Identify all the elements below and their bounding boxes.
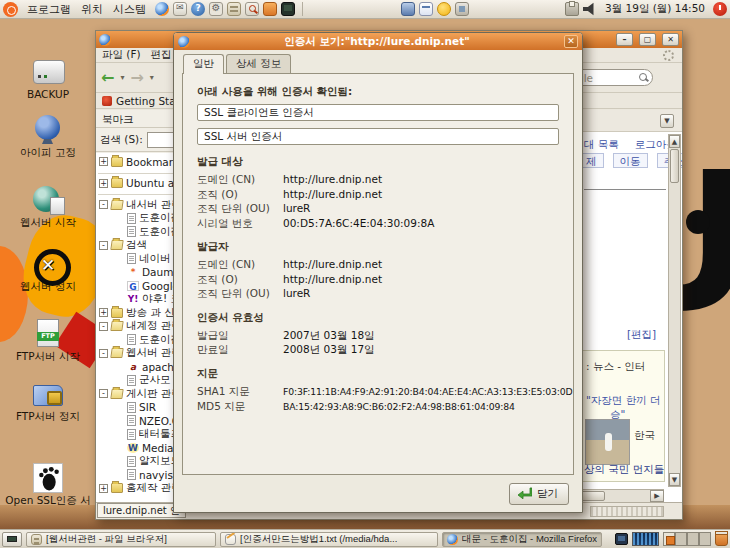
desktop-icon-1[interactable]: BACKUP: [5, 57, 91, 101]
page-header-cell-2[interactable]: 이동: [613, 153, 648, 168]
member-list-link[interactable]: 대 목록: [584, 138, 619, 152]
desktop-icon-3[interactable]: 웹서버 시작: [5, 185, 91, 229]
maximize-button[interactable]: ▢: [639, 33, 656, 46]
menu-file[interactable]: 파일 (F): [102, 48, 141, 62]
desktop-icon-5[interactable]: FTP서버 시작: [5, 319, 91, 363]
app-icon-1[interactable]: [401, 2, 415, 16]
expand-icon[interactable]: +: [99, 179, 108, 188]
volume-icon[interactable]: [583, 2, 597, 16]
page-divider: [584, 189, 666, 190]
firefox-icon[interactable]: [155, 2, 169, 16]
workspace-1[interactable]: [663, 532, 675, 546]
collapse-icon[interactable]: -: [99, 322, 108, 331]
taskbar-task-1[interactable]: [웹서버관련 - 파일 브라우저]: [26, 532, 216, 547]
cert-section-heading: 지문: [197, 367, 559, 381]
taskbar-task-3[interactable]: 대문 - 도훈이집 - Mozilla Firefox: [442, 532, 602, 547]
text-editor-icon: [225, 534, 236, 545]
back-dropdown-icon[interactable]: ▾: [120, 73, 124, 82]
drive-icon: [30, 57, 66, 87]
system-monitor-icon[interactable]: [209, 2, 223, 16]
menu-applications[interactable]: 프로그램: [23, 1, 75, 18]
terminal-icon[interactable]: [281, 2, 295, 16]
resize-grip[interactable]: [590, 506, 664, 517]
close-window-button[interactable]: ✕: [662, 33, 679, 46]
cert-field-row: 시리얼 번호00:D5:7A:6C:4E:04:30:09:8A: [197, 216, 559, 231]
cert-field-row: 조직 단위 (OU)lureR: [197, 286, 559, 301]
dialog-close-icon[interactable]: ✕: [564, 35, 578, 48]
cert-field-label: 조직 단위 (OU): [197, 286, 283, 301]
minimize-button[interactable]: –: [616, 33, 633, 46]
package-icon[interactable]: [263, 2, 277, 16]
dialog-titlebar[interactable]: 인증서 보기:"http://lure.dnip.net" ✕: [174, 33, 582, 50]
workspace-switcher[interactable]: [663, 532, 711, 546]
vertical-scrollbar[interactable]: ▲ ▼: [668, 134, 681, 487]
chevron-down-icon[interactable]: ▼: [660, 114, 674, 128]
desktop-icon-7[interactable]: Open SSL인증 서: [5, 463, 91, 507]
task-label: 대문 - 도훈이집 - Mozilla Firefox: [462, 533, 597, 546]
collapse-icon[interactable]: -: [99, 389, 108, 398]
scroll-up-icon[interactable]: ▲: [669, 135, 680, 148]
getting-started-bookmark[interactable]: Getting Sta: [116, 95, 176, 107]
workspace-3[interactable]: [687, 532, 699, 546]
desktop-icon-label: 아이피 고정: [5, 147, 91, 159]
cert-field-row: 조직 (O)http://lure.dnip.net: [197, 272, 559, 287]
mail-icon[interactable]: [173, 2, 187, 16]
close-button[interactable]: 닫기: [509, 483, 569, 505]
expand-icon[interactable]: +: [99, 484, 108, 493]
article-link[interactable]: "자장면 한끼 더: [586, 394, 660, 408]
desktop-icon-label: BACKUP: [5, 89, 91, 101]
vertical-scroll-thumb[interactable]: [670, 149, 679, 183]
show-desktop-button[interactable]: [2, 532, 22, 547]
page-icon: [127, 456, 136, 467]
collapse-icon[interactable]: -: [99, 241, 108, 250]
display-applet-icon[interactable]: [615, 533, 628, 545]
certificate-dialog: 인증서 보기:"http://lure.dnip.net" ✕ 일반 상세 정보…: [173, 32, 583, 513]
expand-icon[interactable]: +: [99, 157, 108, 166]
help-icon[interactable]: [191, 2, 205, 16]
gnome-foot-icon: [33, 463, 63, 493]
menu-places[interactable]: 위치: [77, 1, 107, 18]
cert-field-value: F0:3F:11:1B:A4:F9:A2:91:20:B4:04:AE:E4:A…: [283, 384, 572, 399]
cert-field-label: SHA1 지문: [197, 384, 283, 399]
scroll-down-icon[interactable]: ▼: [669, 473, 680, 486]
return-arrow-icon: [517, 487, 532, 500]
collapse-icon[interactable]: -: [99, 200, 108, 209]
menu-system[interactable]: 시스템: [109, 1, 150, 18]
taskbar-task-2[interactable]: [인증서만드는방법1.txt (/media/hda...: [220, 532, 438, 547]
ubuntu-logo-icon[interactable]: [3, 2, 18, 17]
yahoo-icon: Y!: [127, 294, 139, 304]
forward-button[interactable]: →: [130, 70, 143, 86]
folder-icon: [111, 178, 123, 188]
system-load-graph[interactable]: [632, 532, 659, 546]
cert-field-row: 만료일2008년 03월 17일: [197, 342, 559, 357]
panel-clock[interactable]: 3월 19일 (월) 14:50: [602, 2, 708, 16]
cert-usage-2: SSL 서버 인증서: [197, 128, 559, 145]
forward-dropdown-icon[interactable]: ▾: [150, 73, 154, 82]
tab-details[interactable]: 상세 정보: [226, 54, 291, 73]
trash-icon[interactable]: [715, 532, 728, 546]
printer-icon[interactable]: [565, 2, 579, 16]
search-icon[interactable]: [245, 2, 259, 16]
expand-icon[interactable]: +: [99, 308, 108, 317]
clipped-article-text[interactable]: 상의 국민 먼지들: [584, 463, 664, 477]
desktop-icon-2[interactable]: 아이피 고정: [5, 115, 91, 159]
scroll-right-icon[interactable]: ▶: [650, 490, 664, 502]
app-icon-2[interactable]: [419, 2, 433, 16]
collapse-icon[interactable]: -: [99, 349, 108, 358]
workspace-4[interactable]: [699, 532, 711, 546]
power-button-icon[interactable]: [713, 2, 727, 16]
tab-general[interactable]: 일반: [183, 54, 224, 74]
app-icon-4[interactable]: [455, 2, 469, 16]
task-label: [웹서버관련 - 파일 브라우저]: [46, 533, 167, 546]
desktop-icon-4[interactable]: 웹서버 정지: [5, 249, 91, 293]
desktop-icon-6[interactable]: FTP서버 정지: [5, 379, 91, 423]
back-button[interactable]: ←: [101, 70, 114, 86]
file-manager-icon[interactable]: [227, 2, 241, 16]
getting-started-icon: [102, 96, 112, 106]
app-icon-3[interactable]: [437, 2, 451, 16]
search-icon[interactable]: [639, 73, 648, 82]
edit-link[interactable]: [편집]: [627, 328, 656, 342]
cert-section-heading: 발급 대상: [197, 155, 559, 169]
workspace-2[interactable]: [675, 532, 687, 546]
top-panel: 프로그램위치시스템 3월 19일 (월) 14:50: [0, 0, 730, 19]
